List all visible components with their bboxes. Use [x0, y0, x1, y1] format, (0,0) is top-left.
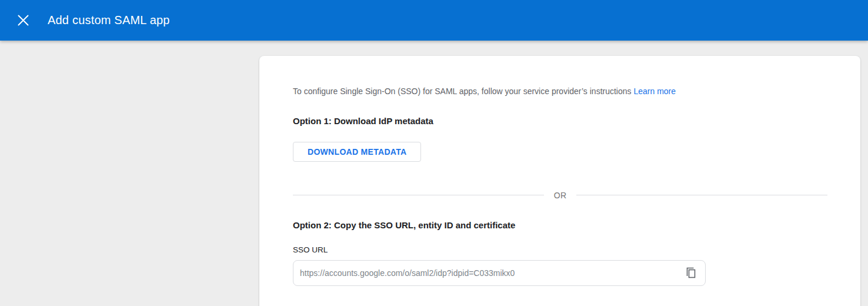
divider-line-left: [293, 195, 544, 195]
dialog-title: Add custom SAML app: [48, 14, 170, 27]
intro-text-body: To configure Single Sign-On (SSO) for SA…: [293, 87, 632, 96]
sso-url-label: SSO URL: [293, 245, 827, 255]
saml-setup-card: To configure Single Sign-On (SSO) for SA…: [259, 56, 860, 306]
copy-sso-url-button[interactable]: [682, 264, 701, 282]
or-divider: OR: [293, 190, 827, 200]
intro-text: To configure Single Sign-On (SSO) for SA…: [293, 87, 827, 96]
option2-heading: Option 2: Copy the SSO URL, entity ID an…: [293, 220, 827, 231]
close-icon: [18, 15, 29, 26]
sso-url-field-wrap: [293, 260, 706, 286]
dialog-header: Add custom SAML app: [0, 0, 868, 41]
sso-url-input[interactable]: [293, 260, 706, 286]
close-button[interactable]: [12, 10, 34, 31]
or-label: OR: [544, 191, 577, 200]
copy-icon: [686, 267, 697, 279]
download-metadata-button[interactable]: DOWNLOAD METADATA: [293, 142, 421, 162]
card-content: To configure Single Sign-On (SSO) for SA…: [259, 56, 860, 286]
divider-line-right: [576, 195, 827, 195]
learn-more-link[interactable]: Learn more: [633, 87, 676, 96]
option1-heading: Option 1: Download IdP metadata: [293, 116, 827, 127]
